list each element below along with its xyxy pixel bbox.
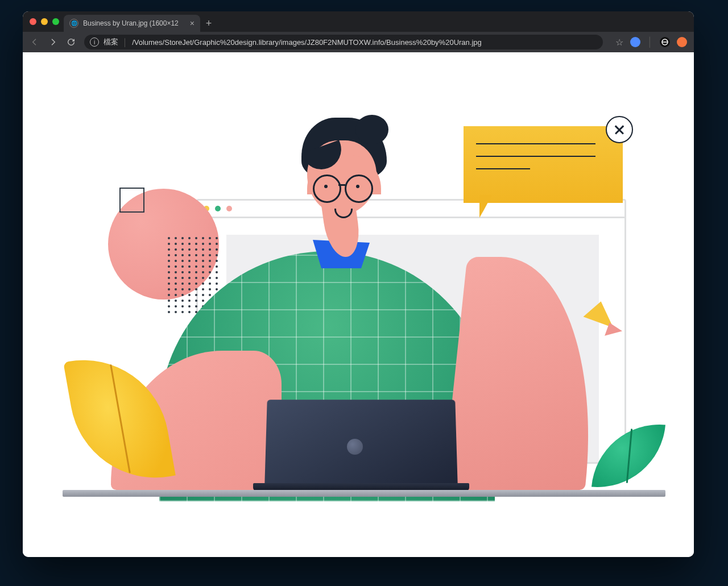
leaf-icon — [63, 347, 176, 491]
site-info-icon[interactable]: i — [90, 38, 99, 47]
url-scheme-label: 檔案 — [104, 37, 118, 47]
url-text: /Volumes/StoreJet/Graphic%20design.libra… — [132, 38, 482, 47]
speech-bubble — [464, 126, 623, 203]
person-hair-bun — [355, 115, 388, 144]
forward-button[interactable] — [48, 38, 58, 47]
minimize-window-button[interactable] — [41, 18, 48, 25]
separator: │ — [647, 37, 653, 47]
address-bar[interactable]: i 檔案 │ /Volumes/StoreJet/Graphic%20desig… — [84, 35, 603, 49]
window-traffic-lights — [30, 18, 59, 25]
close-tab-button[interactable]: × — [190, 19, 195, 28]
toolbar-actions: ☆ │ — [615, 37, 687, 48]
close-icon — [606, 116, 633, 143]
globe-icon: 🌐 — [69, 19, 78, 28]
decorative-square — [119, 188, 144, 213]
browser-tab[interactable]: 🌐 Business by Uran.jpg (1600×12 × — [64, 15, 200, 32]
illustration — [23, 52, 694, 557]
glasses-icon — [313, 174, 341, 203]
tab-strip: 🌐 Business by Uran.jpg (1600×12 × + — [23, 11, 694, 32]
zoom-window-button[interactable] — [52, 18, 59, 25]
extension-icon[interactable] — [677, 37, 687, 47]
dot-icon — [215, 206, 221, 211]
laptop-logo-icon — [347, 439, 363, 455]
page-content — [23, 52, 694, 557]
bookmark-star-icon[interactable]: ☆ — [615, 37, 623, 48]
dot-icon — [226, 206, 232, 211]
extension-icon[interactable] — [630, 37, 640, 47]
browser-window: 🌐 Business by Uran.jpg (1600×12 × + i 檔案… — [23, 11, 694, 557]
back-button[interactable] — [30, 38, 40, 47]
tab-title: Business by Uran.jpg (1600×12 — [83, 19, 179, 27]
toolbar: i 檔案 │ /Volumes/StoreJet/Graphic%20desig… — [23, 32, 694, 52]
glasses-icon — [345, 174, 373, 203]
extension-icon[interactable] — [660, 37, 670, 47]
ground-line — [63, 490, 665, 497]
reload-button[interactable] — [66, 38, 76, 47]
close-window-button[interactable] — [30, 18, 36, 25]
separator: │ — [123, 38, 127, 47]
new-tab-button[interactable]: + — [200, 15, 217, 32]
